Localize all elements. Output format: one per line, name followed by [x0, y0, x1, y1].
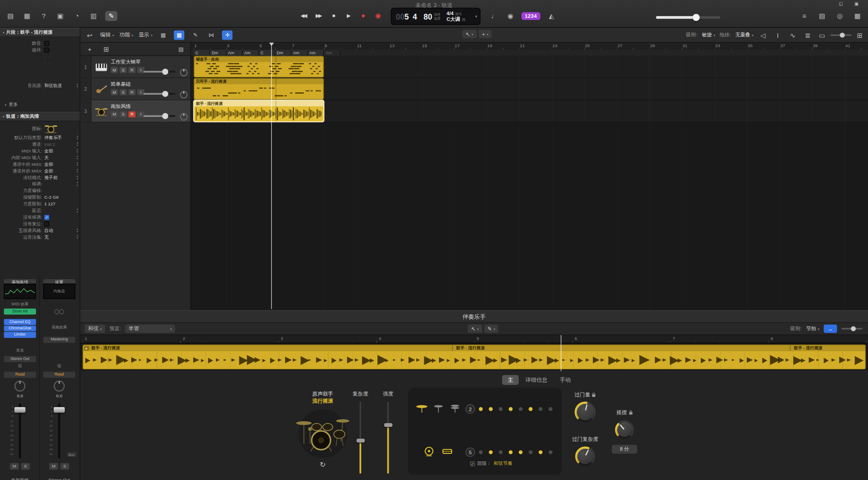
volume-knob[interactable]	[693, 14, 700, 21]
crash-cymbal-icon[interactable]	[434, 403, 446, 414]
editor-ruler[interactable]: 12345678	[80, 335, 868, 344]
track-volume-slider[interactable]	[143, 115, 175, 117]
follow-value[interactable]: 和弦节奏	[494, 460, 512, 467]
variation-dot[interactable]	[548, 407, 552, 411]
editor-pointer-tool-menu[interactable]: ↖ ▾	[468, 324, 482, 333]
drag-menu[interactable]: 无重叠 ▾	[735, 32, 753, 39]
stepper-control[interactable]: ▴▾	[77, 148, 78, 153]
mute-button[interactable]: M	[10, 463, 19, 470]
smart-controls-icon[interactable]: ◔	[72, 11, 82, 21]
pan-knob[interactable]	[54, 380, 65, 392]
zoom-out-icon[interactable]: ▭	[817, 30, 827, 40]
variation-dot[interactable]	[478, 450, 482, 454]
variation-dot[interactable]	[498, 450, 502, 454]
volume-readout[interactable]: 0.0	[41, 393, 77, 398]
templates-icon[interactable]: ▤	[5, 11, 15, 21]
stereo-format-icon[interactable]: ◯◯	[41, 309, 77, 314]
chord-cell[interactable]: Am	[291, 50, 308, 56]
stepper-control[interactable]: ▴▾	[77, 208, 78, 212]
chord-mode-menu[interactable]: 和弦 ▾	[85, 324, 105, 333]
stepper-control[interactable]: ▴▾	[77, 141, 78, 146]
empty-arrange-area[interactable]	[191, 122, 868, 310]
tuner-icon[interactable]: ♩	[490, 11, 499, 21]
track-volume-slider[interactable]	[143, 71, 175, 73]
track-lane-3[interactable]: 鼓手 - 流行摇滚	[191, 100, 868, 123]
variation-dot[interactable]	[518, 450, 522, 454]
chord-cell[interactable]: Dm	[275, 50, 291, 56]
track-lane-2[interactable]: 贝司手 - 流行摇滚	[191, 78, 868, 100]
region[interactable]: 鼓手 - 流行摇滚	[194, 100, 324, 122]
mute-button[interactable]: M	[49, 463, 58, 470]
variation-dot[interactable]	[528, 407, 532, 411]
editor-region-header[interactable]: 鼓手 - 流行摇滚	[453, 345, 790, 351]
zoom-in-icon[interactable]: ⊞	[855, 30, 864, 40]
chord-track[interactable]: CDmAmAmCDmAmAmAm	[191, 50, 868, 56]
chord-cell[interactable]: Am	[226, 50, 243, 56]
add-track-button[interactable]: +	[85, 44, 95, 54]
pencil-icon[interactable]: ✎	[190, 31, 201, 40]
variation-dot[interactable]	[498, 407, 502, 411]
variation-dot[interactable]	[489, 407, 493, 411]
automation-mode-button[interactable]: Read	[4, 372, 36, 377]
more-disclosure[interactable]: 更多	[9, 101, 18, 107]
chord-cell[interactable]: Am	[308, 50, 324, 56]
variation-dot[interactable]	[509, 450, 513, 454]
lcd-display[interactable]: 00 5 4 80 保持 速度 4/4 拍号 C大调 调	[391, 8, 481, 25]
variation-dot[interactable]	[528, 450, 532, 454]
chord-cell[interactable]: Am	[324, 50, 340, 56]
pan-knob[interactable]	[14, 380, 25, 392]
inspector-icon[interactable]: ▣	[56, 11, 65, 21]
monitor-icon[interactable]: ◉	[506, 11, 515, 21]
editor-pencil-tool-menu[interactable]: ✎ ▾	[484, 324, 498, 333]
group-slot[interactable]: 组	[41, 364, 77, 369]
track-icon-thumbnail[interactable]	[44, 124, 59, 133]
solo-button[interactable]: S	[60, 463, 69, 470]
output-slot[interactable]: Stereo Out	[4, 356, 36, 362]
catch-playhead-icon[interactable]: ▦	[174, 31, 185, 40]
zoom-slider[interactable]	[830, 34, 851, 36]
snare-drum-icon[interactable]	[441, 446, 453, 457]
property-value[interactable]: 全部	[44, 148, 53, 154]
slider-handle[interactable]	[384, 423, 392, 427]
window-icon[interactable]: ◱	[836, 1, 846, 8]
property-value[interactable]: 关	[44, 154, 49, 160]
slider-handle[interactable]	[356, 439, 365, 443]
eq-thumbnail[interactable]: 均衡器	[43, 284, 75, 299]
stepper-control[interactable]: ▴▾	[77, 135, 78, 140]
stepper-control[interactable]: ▴▾	[77, 83, 78, 88]
automation-mode-button[interactable]: Read	[43, 372, 75, 377]
editor-region-header[interactable]: 鼓手 - 流行摇滚	[791, 345, 866, 351]
drummer-knob-1[interactable]	[575, 401, 596, 422]
follow-checkbox[interactable]: ✓	[470, 461, 475, 466]
volume-readout[interactable]: 0.0	[2, 393, 38, 398]
instrument-slot[interactable]: Drum Kit	[4, 308, 36, 314]
chord-cell[interactable]: Am	[243, 50, 259, 56]
swing-unit-button[interactable]: 8 分	[612, 445, 637, 454]
bar-ruler[interactable]: 1357911131517192123252729313335373941	[191, 43, 868, 50]
edit-menu[interactable]: 编辑▾	[100, 32, 114, 39]
editor-snap-menu[interactable]: 节拍 ▾	[806, 325, 820, 332]
record-enable-button[interactable]: R	[128, 111, 135, 117]
solo-button[interactable]: S	[21, 463, 30, 470]
region-play-icon[interactable]: ▶	[84, 346, 89, 350]
list-editors-icon[interactable]: ≡	[800, 11, 809, 21]
chevron-down-icon[interactable]: ▾	[475, 14, 477, 19]
flex-icon[interactable]: ✛	[222, 31, 233, 40]
variation-dot[interactable]	[518, 407, 522, 411]
solo-button[interactable]: S	[119, 67, 127, 73]
region[interactable]: 贝司手 - 流行摇滚	[194, 78, 324, 100]
rewind-button[interactable]: ◀◀	[298, 9, 309, 21]
track-header-1[interactable]: 1工作室大钢琴MSRI	[80, 56, 191, 78]
drum-kit-image[interactable]	[292, 408, 353, 459]
stepper-control[interactable]: ▴▾	[77, 175, 78, 180]
ride-cymbal-icon[interactable]	[416, 403, 428, 414]
view-menu[interactable]: 显示▾	[139, 32, 152, 39]
property-value[interactable]: 和弦轨道	[44, 82, 62, 88]
drummer-slider[interactable]: 强度	[371, 391, 405, 398]
hihat-icon[interactable]	[450, 403, 462, 414]
variation-value[interactable]: 2	[466, 404, 475, 413]
crossfade-icon[interactable]: ⋈	[206, 31, 217, 40]
tempo-display[interactable]: 80 保持 速度	[424, 12, 441, 21]
auto-zoom-button[interactable]: ↔	[824, 324, 837, 333]
variation-dot[interactable]	[509, 407, 513, 411]
